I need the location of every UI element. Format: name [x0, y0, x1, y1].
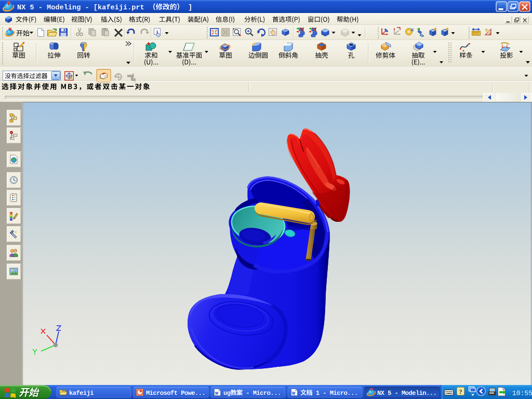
svg-text:?: ? [459, 388, 462, 395]
